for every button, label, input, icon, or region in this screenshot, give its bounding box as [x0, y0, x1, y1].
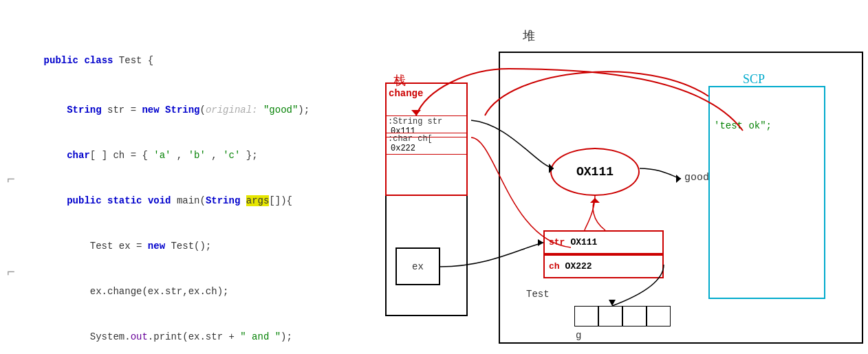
margin-bracket-1: ⌐: [7, 172, 15, 188]
good-label: good: [684, 172, 709, 184]
test-str-field-val: OX111: [570, 237, 597, 247]
test-ch-field-val: OX222: [565, 261, 592, 272]
ox111-text: OX111: [576, 165, 614, 179]
code-class-line: public class Test {: [21, 38, 371, 83]
code-line-print1: System.out.print(ex.str + " and ");: [21, 314, 371, 354]
test-label: Test: [526, 289, 550, 300]
scp-box: [708, 86, 825, 299]
char-cell-1: [598, 306, 622, 327]
diagram: 栈 堆 SCP change :String str 0x111 :char c…: [371, 14, 867, 351]
label-heap: 堆: [523, 27, 535, 44]
char-cell-0: [574, 306, 598, 327]
code-line-change-call: ex.change(ex.str,ex.ch);: [21, 269, 371, 314]
test-ch-field-name: ch: [549, 261, 560, 272]
ox111-ellipse: OX111: [550, 148, 640, 196]
char-cell-3: [647, 306, 671, 327]
change-str-text: :String str: [388, 117, 442, 126]
ex-box: ex: [395, 247, 440, 285]
code-line-test-new: Test ex = new Test();: [21, 223, 371, 269]
test-ch-row: ch OX222: [543, 254, 664, 278]
change-frame-label: change: [389, 88, 423, 99]
testok-label: 'test ok";: [714, 120, 772, 131]
code-section: public class Test { String str = new Str…: [21, 38, 371, 354]
test-str-field-name: str: [549, 237, 565, 247]
change-ch-row: :char ch[ 0x222: [385, 133, 468, 155]
change-ch-addr: 0x222: [391, 144, 415, 153]
char-cell-2: [622, 306, 647, 327]
change-ch-text: :char ch[: [388, 134, 433, 144]
margin-bracket-2: ⌐: [7, 265, 15, 280]
g-label: g: [576, 330, 581, 341]
ex-label: ex: [412, 261, 424, 272]
code-line-char: char[ ] ch = { 'a' , 'b' , 'c' };: [21, 133, 371, 178]
code-line-main: public static void main(String args[]){: [21, 178, 371, 223]
test-str-row: str OX111: [543, 230, 664, 254]
code-line-str: String str = new String(original: "good"…: [21, 87, 371, 133]
char-array: [574, 306, 671, 327]
